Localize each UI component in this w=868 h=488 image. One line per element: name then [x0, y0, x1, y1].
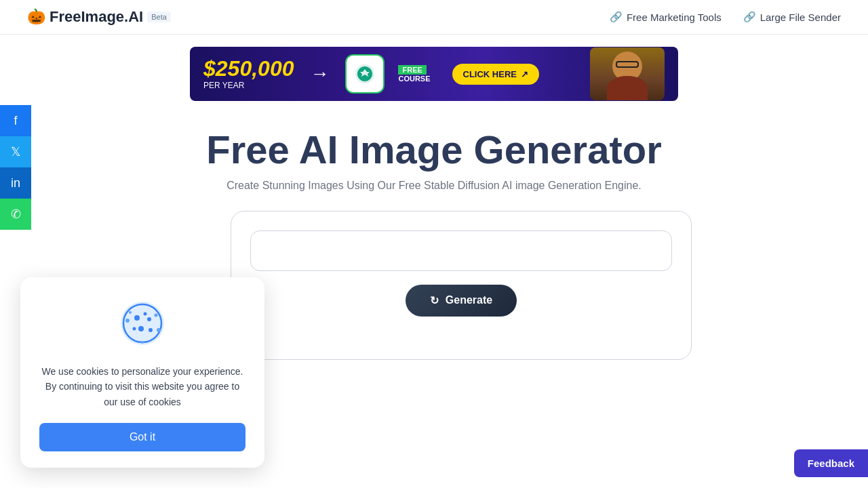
banner-click-text: CLICK HERE: [463, 69, 517, 79]
link-icon-marketing: 🔗: [610, 11, 623, 23]
svg-point-12: [157, 328, 161, 332]
link-icon-file: 🔗: [743, 11, 756, 23]
cursor-icon: ↗: [521, 69, 528, 79]
generate-button[interactable]: ↻ Generate: [406, 285, 517, 317]
banner-click-button[interactable]: CLICK HERE ↗: [452, 64, 539, 85]
banner: $250,000 PER YEAR → FREE COURSE CLICK HE…: [190, 47, 678, 101]
banner-arrow-icon: →: [310, 63, 329, 85]
banner-free-course: FREE COURSE: [398, 65, 430, 83]
banner-text: $250,000 PER YEAR: [203, 58, 294, 90]
cookie-popup: We use cookies to personalize your exper…: [20, 277, 264, 468]
social-sidebar: f 𝕏 in ✆: [0, 105, 31, 230]
banner-logo: [345, 54, 384, 94]
cookie-icon: [115, 296, 170, 350]
logo-text: FreeImage.AI: [50, 8, 143, 26]
generator-box: ↻ Generate: [231, 211, 692, 360]
nav-marketing-label: Free Marketing Tools: [627, 12, 722, 23]
twitter-button[interactable]: 𝕏: [0, 136, 31, 167]
linkedin-button[interactable]: in: [0, 167, 31, 199]
cookie-icon-area: [115, 296, 170, 353]
nav-file-sender[interactable]: 🔗 Large File Sender: [743, 11, 841, 23]
banner-area: $250,000 PER YEAR → FREE COURSE CLICK HE…: [0, 35, 868, 108]
facebook-button[interactable]: f: [0, 105, 31, 136]
svg-point-10: [129, 311, 132, 314]
svg-point-4: [147, 317, 151, 321]
banner-person: [590, 47, 665, 100]
svg-point-11: [155, 313, 158, 317]
banner-per-year: PER YEAR: [203, 81, 294, 90]
whatsapp-button[interactable]: ✆: [0, 199, 31, 230]
page-subtitle: Create Stunning Images Using Our Free St…: [226, 180, 642, 192]
svg-point-1: [121, 302, 164, 345]
beta-badge: Beta: [147, 12, 171, 22]
nav: 🔗 Free Marketing Tools 🔗 Large File Send…: [610, 11, 841, 23]
header: 🎃 FreeImage.AI Beta 🔗 Free Marketing Too…: [0, 0, 868, 35]
logo-icon: 🎃: [27, 8, 45, 26]
generate-label: Generate: [446, 294, 492, 306]
nav-marketing-tools[interactable]: 🔗 Free Marketing Tools: [610, 11, 722, 23]
logo-area: 🎃 FreeImage.AI Beta: [27, 8, 171, 26]
cookie-message: We use cookies to personalize your exper…: [39, 364, 245, 409]
svg-point-6: [133, 327, 136, 330]
svg-point-9: [125, 319, 130, 323]
svg-point-3: [134, 315, 140, 321]
svg-point-8: [144, 312, 147, 315]
svg-point-7: [149, 328, 153, 332]
svg-point-5: [138, 326, 144, 331]
page-title: Free AI Image Generator: [206, 128, 662, 171]
banner-free-label: FREE: [398, 65, 426, 75]
openai-icon: [353, 62, 376, 85]
generate-icon: ↻: [430, 294, 439, 307]
prompt-input[interactable]: [250, 230, 672, 271]
svg-point-13: [141, 341, 144, 344]
got-it-button[interactable]: Got it: [39, 423, 245, 451]
feedback-button[interactable]: Feedback: [794, 449, 868, 477]
banner-amount: $250,000: [203, 58, 294, 79]
nav-file-label: Large File Sender: [760, 12, 841, 23]
banner-course-label: COURSE: [398, 75, 430, 83]
